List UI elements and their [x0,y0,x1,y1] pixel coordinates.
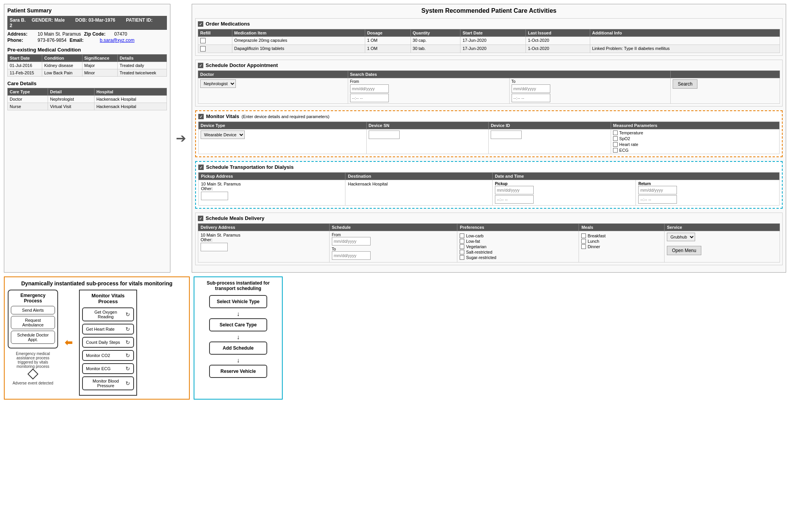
device-id-cell [489,129,611,154]
meal-cb-2[interactable] [581,244,586,249]
sch-header-doctor: Doctor [198,71,348,78]
refresh-icon-2: ↻ [125,339,130,345]
meals-header-0: Delivery Address [198,224,330,231]
address-label: Address: [7,31,34,37]
flow-arrow-2: ↓ [237,357,240,364]
to-date-input[interactable] [512,84,550,93]
patient-info-header: Sara B. GENDER: Male DOB: 03-Mar-1976 PA… [7,16,167,30]
device-id-input[interactable] [491,130,522,139]
transport-checkbox[interactable] [198,165,204,170]
meal-label-1: Lunch [587,239,599,244]
return-label: Return [638,182,777,186]
pickup-date-input[interactable] [495,186,534,194]
pref-cb-0[interactable] [460,233,464,238]
param-cb-2[interactable] [613,142,618,147]
meal-item-0: Breakfast [581,233,662,238]
meal-cb-1[interactable] [581,239,586,244]
meal-cb-0[interactable] [581,233,586,238]
cond-date-0: 01-Jul-2016 [8,62,42,69]
pref-item-2: Vegetarian [460,244,576,249]
param-item-3: ECG [613,148,777,153]
meal-label-0: Breakfast [587,233,605,238]
med-dosage-0: 1 OM [365,37,410,45]
pref-cb-2[interactable] [460,244,464,249]
meals-checkbox[interactable] [198,216,203,221]
monitor-step-2: Count Daily Steps ↻ [82,337,134,348]
device-sn-input[interactable] [369,130,400,139]
meals-from-date[interactable] [332,237,371,245]
param-cb-3[interactable] [613,148,618,153]
transport-table: Pickup Address Destination Date and Time… [198,172,780,206]
cond-sig-1: Minor [82,69,117,77]
param-label-3: ECG [619,148,629,153]
schedule-doctor-header: Schedule Doctor Appointment [198,62,780,68]
pref-cb-3[interactable] [460,250,464,254]
from-label: From [350,79,507,84]
meals-row: 10 Main St. Paramus Other: From To Lo [198,231,780,263]
monitor-vitals-checkbox[interactable] [198,114,204,119]
return-date-input[interactable] [638,186,677,194]
to-time-input[interactable] [512,94,550,102]
meals-header-4: Service [665,224,780,231]
pref-label-3: Salt-restricted [466,250,492,254]
param-cb-1[interactable] [613,136,618,141]
open-menu-button[interactable]: Open Menu [667,246,701,255]
return-time-input[interactable] [638,195,677,204]
med-refill-1[interactable] [198,45,232,53]
big-arrow: ➔ [176,4,186,273]
doctor-select[interactable]: Nephrologist [200,79,236,88]
emergency-step-1: Request Ambulance [11,316,55,329]
order-medications-checkbox[interactable] [198,21,203,27]
meals-header-2: Preferences [457,224,579,231]
emergency-title: Emergency Process [11,293,55,304]
care-header-0: Care Type [8,88,48,96]
param-cb-0[interactable] [613,130,618,135]
pre-existing-title: Pre-existing Medical Condition [7,47,167,53]
med-dosage-1: 1 OM [365,45,410,53]
cond-cond-0: Kidney disease [42,62,82,69]
refresh-icon-0: ↻ [125,311,130,317]
other-pickup-input[interactable] [201,192,228,200]
cond-header-3: Details [117,55,167,62]
pickup-time-input[interactable] [495,195,534,204]
pref-cb-4[interactable] [460,255,464,260]
refresh-icon-3: ↻ [125,352,130,359]
param-label-2: Heart rate [619,142,638,147]
from-time-input[interactable] [350,94,389,102]
left-arrow-connector: ⬅ [65,290,72,396]
monitor-vitals-process-column: Monitor Vitals Process Get Oxygen Readin… [79,290,137,396]
meal-item-2: Dinner [581,244,662,249]
doctor-select-cell: Nephrologist [198,78,348,104]
care-header-1: Detail [48,88,94,96]
destination-value: Hackensack Hospital [348,182,489,186]
device-type-cell: Wearable Device [199,129,367,154]
medications-table: Refill Medication Item Dosage Quantity S… [198,29,780,53]
monitor-process-box: Monitor Vitals Process Get Oxygen Readin… [79,290,137,396]
care-row-1: Nurse Virtual Visit Hackensack Hospital [8,103,167,110]
service-select[interactable]: Grubhub [667,233,695,241]
pref-cb-1[interactable] [460,239,464,244]
conditions-table: Start Date Condition Significance Detail… [7,54,167,77]
address-row: Address: 10 Main St. Paramus Zip Code: 0… [7,31,167,37]
meals-header-3: Meals [579,224,665,231]
flow-arrow-0: ↓ [237,311,240,317]
med-refill-0[interactable] [198,37,232,45]
from-date-input[interactable] [350,84,389,93]
patient-gender-label: GENDER: Male [32,17,69,23]
schedule-doctor-checkbox[interactable] [198,63,203,68]
bottom-row: Dynamically instantiated sub-process for… [4,276,786,400]
monitor-step-2-label: Count Daily Steps [86,340,120,345]
device-type-select[interactable]: Wearable Device [201,130,245,139]
meals-to-date[interactable] [332,251,371,260]
monitor-step-0: Get Oxygen Reading ↻ [82,307,134,321]
email-value[interactable]: b.sara@xyz.com [100,38,135,43]
cond-detail-1: Treated twice/week [117,69,167,77]
transport-section: Schedule Transportation for Dialysis Pic… [195,161,783,209]
patient-summary-panel: Patient Summary Sara B. GENDER: Male DOB… [4,4,170,273]
pref-label-1: Low-fat [466,239,480,244]
search-button[interactable]: Search [673,79,697,89]
patient-dob-label: DOB: 03-Mar-1976 [75,17,120,23]
other-delivery-input[interactable] [201,243,228,251]
search-btn-cell: Search [671,78,780,104]
pref-item-0: Low-carb [460,233,576,238]
